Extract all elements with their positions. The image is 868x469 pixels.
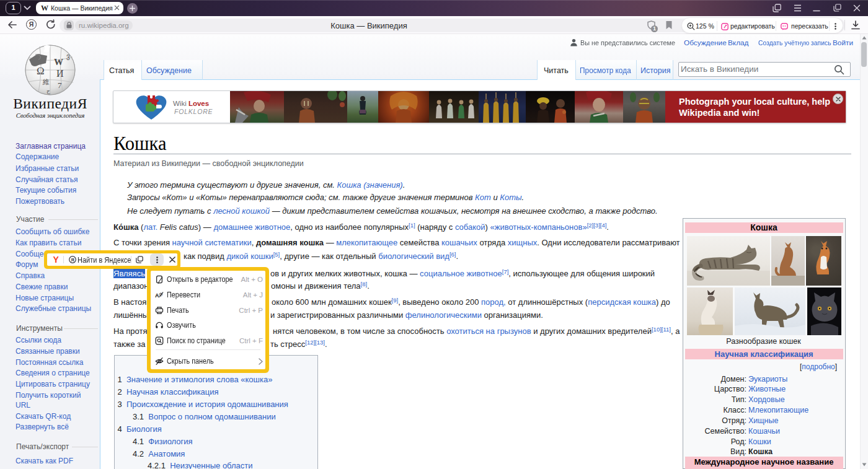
svg-text:Я: Я (71, 257, 74, 263)
svg-text:И: И (56, 68, 64, 79)
svg-text:ф: ф (159, 292, 162, 297)
svg-text:W: W (54, 57, 63, 67)
svg-text:Ω: Ω (37, 65, 45, 77)
svg-text:ვ: ვ (66, 52, 70, 60)
svg-text:7: 7 (58, 81, 62, 90)
svg-text:ح: ح (46, 88, 50, 94)
svg-text:維: 維 (42, 78, 50, 85)
